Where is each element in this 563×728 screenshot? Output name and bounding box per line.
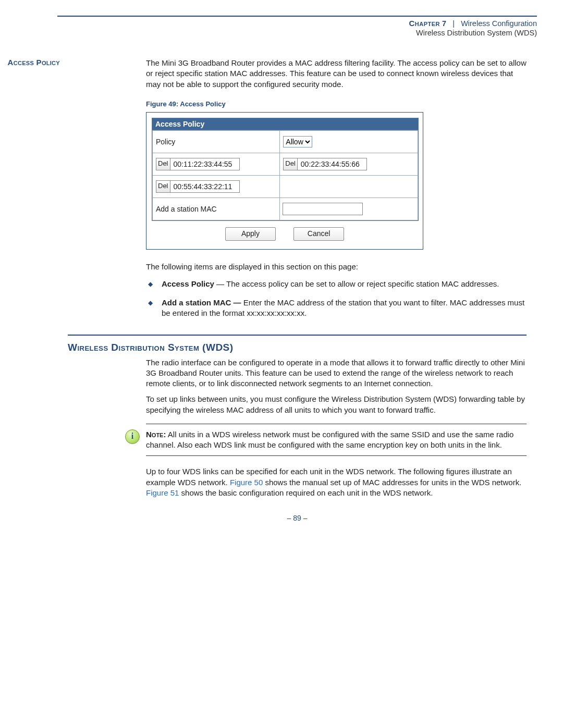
mac-address-field[interactable]: 00:11:22:33:44:55 — [170, 158, 240, 170]
mac-address-field[interactable]: 00:55:44:33:22:11 — [170, 180, 240, 193]
bullet-add-station-mac: Add a station MAC — Enter the MAC addres… — [158, 298, 527, 319]
del-button[interactable]: Del — [156, 158, 170, 170]
figure-51-link[interactable]: Figure 51 — [146, 488, 179, 497]
mac-address-field[interactable]: 00:22:33:44:55:66 — [297, 158, 367, 170]
wds-para2: To set up links between units, you must … — [146, 394, 527, 415]
chapter-title: Wireless Configuration — [461, 19, 537, 28]
bullet-access-policy: Access Policy — The access policy can be… — [158, 279, 527, 289]
page-number: – 89 – — [68, 514, 527, 522]
apply-button[interactable]: Apply — [225, 227, 276, 241]
access-policy-label: Access Policy — [0, 58, 60, 67]
add-station-input[interactable] — [283, 203, 363, 215]
separator: | — [452, 19, 455, 28]
del-button[interactable]: Del — [156, 180, 170, 193]
access-policy-paragraph: The Mini 3G Broadband Router provides a … — [146, 58, 527, 90]
note-label: Note: — [146, 430, 166, 439]
figure-caption: Figure 49: Access Policy — [146, 100, 527, 108]
page-header: Chapter 7 | Wireless Configuration Wirel… — [26, 19, 537, 37]
note-text: All units in a WDS wireless network must… — [146, 430, 513, 449]
chapter-number: 7 — [442, 19, 446, 28]
wds-para1: The radio interface can be configured to… — [146, 357, 527, 389]
del-button[interactable]: Del — [283, 158, 298, 170]
add-station-label: Add a station MAC — [153, 198, 280, 220]
note-block: i Note: All units in a WDS wireless netw… — [146, 424, 527, 456]
policy-label-cell: Policy — [153, 130, 280, 153]
policy-select[interactable]: Allow — [283, 136, 312, 147]
figure-50-link[interactable]: Figure 50 — [230, 478, 263, 487]
wds-heading: Wireless Distribution System (WDS) — [68, 342, 527, 353]
items-intro: The following items are displayed in thi… — [146, 262, 527, 271]
wds-para3: Up to four WDS links can be specified fo… — [146, 466, 527, 498]
info-icon: i — [125, 429, 140, 444]
panel-title: Access Policy — [152, 118, 418, 130]
cancel-button[interactable]: Cancel — [293, 227, 344, 241]
access-policy-figure: Access Policy Policy Allow Del — [146, 112, 423, 250]
header-subsection: Wireless Distribution System (WDS) — [26, 29, 537, 37]
chapter-label: Chapter — [409, 19, 440, 28]
